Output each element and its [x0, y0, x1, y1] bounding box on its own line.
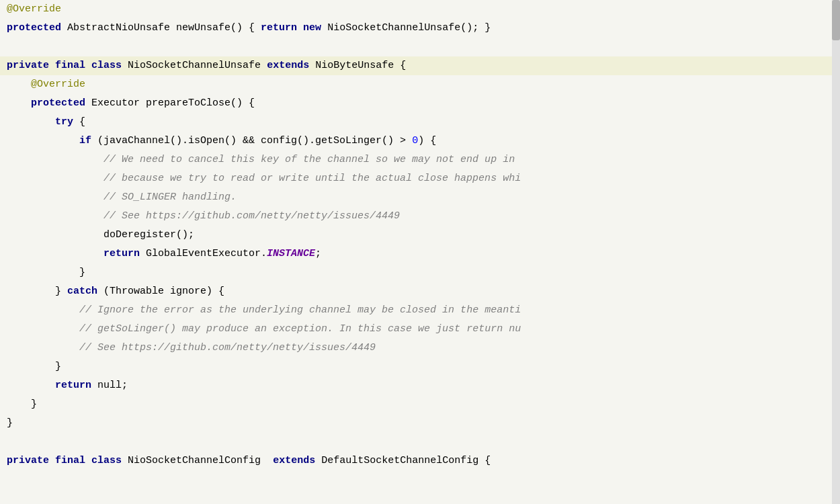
code-line: doDeregister(); [0, 226, 840, 245]
token: extends [267, 56, 309, 75]
code-line: private final class NioSocketChannelConf… [0, 452, 840, 470]
token: @Override [31, 75, 85, 94]
token: final [55, 452, 85, 470]
token: AbstractNioUnsafe newUnsafe() { [61, 19, 261, 38]
code-area: @Overrideprotected AbstractNioUnsafe new… [0, 0, 840, 470]
token: INSTANCE [267, 245, 315, 263]
code-line: protected AbstractNioUnsafe newUnsafe() … [0, 19, 840, 38]
scrollbar-vertical[interactable] [832, 0, 840, 504]
code-line: // Ignore the error as the underlying ch… [0, 301, 840, 320]
token: ) { [418, 132, 436, 151]
token: return [55, 376, 91, 395]
token: (javaChannel().isOpen() && config().getS… [91, 132, 412, 151]
token: } [31, 395, 37, 414]
token: // We need to cancel this key of the cha… [103, 151, 521, 169]
token: // SO_LINGER handling. [103, 188, 237, 207]
token: NioSocketChannelUnsafe [122, 56, 267, 75]
code-container: @Overrideprotected AbstractNioUnsafe new… [0, 0, 840, 504]
token: class [91, 56, 122, 75]
token: // getSoLinger() may produce an exceptio… [79, 320, 521, 339]
code-line: } [0, 395, 840, 414]
code-line: if (javaChannel().isOpen() && config().g… [0, 132, 840, 151]
token: protected [31, 94, 85, 113]
token: protected [7, 19, 61, 38]
token: 0 [412, 132, 418, 151]
token [49, 452, 55, 470]
code-line: @Override [0, 0, 840, 19]
code-line [0, 433, 840, 452]
code-line: return GlobalEventExecutor.INSTANCE; [0, 245, 840, 263]
token: (Throwable ignore) { [97, 282, 224, 301]
token: NioSocketChannelConfig [122, 452, 273, 470]
code-line: protected Executor prepareToClose() { [0, 94, 840, 113]
token: DefaultSocketChannelConfig { [315, 452, 491, 470]
code-line: // SO_LINGER handling. [0, 188, 840, 207]
token: null; [91, 376, 128, 395]
token: private [7, 56, 49, 75]
code-line: } [0, 414, 840, 433]
token: ; [315, 245, 321, 263]
code-line [0, 38, 840, 56]
token: return [103, 245, 140, 263]
token [85, 452, 91, 470]
code-line: // See https://github.com/netty/netty/is… [0, 207, 840, 226]
token: class [91, 452, 122, 470]
code-line: return null; [0, 376, 840, 395]
token: extends [273, 452, 315, 470]
token: NioSocketChannelUnsafe(); } [321, 19, 491, 38]
code-line: private final class NioSocketChannelUnsa… [0, 56, 840, 75]
scrollbar-thumb[interactable] [832, 0, 840, 40]
token: // because we try to read or write until… [103, 169, 521, 188]
code-line: // because we try to read or write until… [0, 169, 840, 188]
code-line: // See https://github.com/netty/netty/is… [0, 339, 840, 358]
code-line: // We need to cancel this key of the cha… [0, 151, 840, 169]
code-line: } [0, 263, 840, 282]
token [49, 56, 55, 75]
token: private [7, 452, 49, 470]
token [85, 56, 91, 75]
token: return [261, 19, 297, 38]
token: } [79, 263, 85, 282]
code-line: // getSoLinger() may produce an exceptio… [0, 320, 840, 339]
code-line: @Override [0, 75, 840, 94]
token: // Ignore the error as the underlying ch… [79, 301, 521, 320]
code-line: } [0, 358, 840, 376]
token: new [303, 19, 321, 38]
token: doDeregister(); [103, 226, 194, 245]
token: try [55, 113, 73, 132]
token: catch [67, 282, 97, 301]
token: } [55, 358, 61, 376]
token: // See https://github.com/netty/netty/is… [79, 339, 376, 358]
token: final [55, 56, 85, 75]
token: { [73, 113, 85, 132]
token [297, 19, 303, 38]
token: Executor prepareToClose() { [85, 94, 255, 113]
code-line: try { [0, 113, 840, 132]
token: } [55, 282, 67, 301]
token: } [7, 414, 13, 433]
token: if [79, 132, 91, 151]
code-line: } catch (Throwable ignore) { [0, 282, 840, 301]
token: GlobalEventExecutor. [140, 245, 267, 263]
token: // See https://github.com/netty/netty/is… [103, 207, 400, 226]
token: @Override [7, 0, 61, 19]
token: NioByteUnsafe { [309, 56, 406, 75]
